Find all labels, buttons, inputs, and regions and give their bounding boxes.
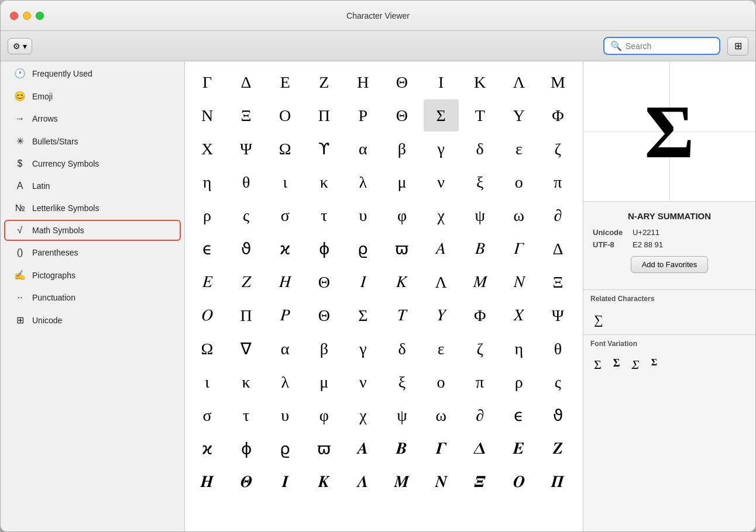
char-cell[interactable]: υ (345, 199, 380, 232)
sidebar-item-unicode[interactable]: ⊞Unicode (4, 309, 181, 331)
char-cell[interactable]: γ (424, 133, 459, 165)
char-cell[interactable]: ∇ (229, 333, 264, 365)
char-cell[interactable]: η (190, 166, 225, 198)
char-cell[interactable]: 𝑰 (267, 466, 303, 498)
char-cell[interactable]: ρ (501, 366, 537, 398)
char-cell[interactable]: 𝑬 (501, 433, 537, 465)
char-cell[interactable]: ϕ (229, 433, 264, 465)
char-cell[interactable]: σ (267, 199, 303, 232)
minimize-button[interactable] (23, 12, 31, 20)
char-cell[interactable]: ν (424, 166, 459, 198)
char-cell[interactable]: ο (501, 166, 537, 198)
char-cell[interactable]: 𝐻 (267, 266, 303, 298)
char-cell[interactable]: 𝜩 (462, 466, 497, 498)
sidebar-item-parentheses[interactable]: ()Parentheses (4, 242, 181, 263)
char-cell[interactable]: 𝑩 (384, 433, 420, 465)
char-cell[interactable]: ϑ (229, 233, 264, 265)
char-cell[interactable]: 𝑀 (462, 266, 497, 298)
char-cell[interactable]: 𝜦 (345, 466, 380, 498)
char-cell[interactable]: Θ (384, 99, 420, 132)
char-cell[interactable]: ψ (384, 399, 420, 431)
char-cell[interactable]: ϖ (307, 433, 342, 465)
char-cell[interactable]: χ (424, 199, 459, 232)
char-cell[interactable]: ι (190, 366, 225, 398)
char-cell[interactable]: τ (229, 399, 264, 431)
char-cell[interactable]: Δ (540, 233, 575, 265)
maximize-button[interactable] (36, 12, 44, 20)
char-cell[interactable]: θ (540, 333, 575, 365)
grid-view-button[interactable]: ⊞ (727, 37, 748, 56)
font-variation-char[interactable]: Σ (610, 355, 624, 375)
sidebar-item-currency-symbols[interactable]: $Currency Symbols (4, 153, 181, 174)
char-cell[interactable]: 𝛤 (501, 233, 537, 265)
char-cell[interactable]: ς (229, 199, 264, 232)
char-cell[interactable]: Χ (190, 133, 225, 165)
char-cell[interactable]: 𝑌 (424, 299, 459, 331)
char-cell[interactable]: λ (267, 366, 303, 398)
char-cell[interactable]: Κ (462, 66, 497, 98)
char-cell[interactable]: 𝐵 (462, 233, 497, 265)
sidebar-item-math-symbols[interactable]: √Math Symbols (4, 220, 181, 241)
char-cell[interactable]: ϰ (190, 433, 225, 465)
char-cell[interactable]: φ (307, 399, 342, 431)
char-cell[interactable]: λ (345, 166, 380, 198)
char-cell[interactable]: ο (424, 366, 459, 398)
char-cell[interactable]: θ (229, 166, 264, 198)
sidebar-item-arrows[interactable]: →Arrows (4, 108, 181, 129)
search-box[interactable]: 🔍 (603, 37, 720, 55)
char-cell[interactable]: σ (190, 399, 225, 431)
char-cell[interactable]: ν (345, 366, 380, 398)
sidebar-item-latin[interactable]: ALatin (4, 175, 181, 196)
char-cell[interactable]: Ο (267, 99, 303, 132)
related-char[interactable]: ∑ (590, 310, 607, 330)
char-cell[interactable]: 𝑵 (424, 466, 459, 498)
char-cell[interactable]: ι (267, 166, 303, 198)
char-cell[interactable]: δ (384, 333, 420, 365)
char-cell[interactable]: ε (501, 133, 537, 165)
sidebar-item-bullets-stars[interactable]: ✳Bullets/Stars (4, 130, 181, 152)
char-cell[interactable]: 𝑇 (384, 299, 420, 331)
char-cell[interactable]: α (267, 333, 303, 365)
char-cell[interactable]: Λ (424, 266, 459, 298)
char-cell[interactable]: μ (307, 366, 342, 398)
char-cell[interactable]: Η (345, 66, 380, 98)
char-cell[interactable]: Ξ (540, 266, 575, 298)
char-cell[interactable]: δ (462, 133, 497, 165)
char-cell[interactable]: Ψ (229, 133, 264, 165)
char-cell[interactable]: ϱ (267, 433, 303, 465)
char-cell[interactable]: 𝑯 (190, 466, 225, 498)
char-cell[interactable]: ζ (540, 133, 575, 165)
char-cell[interactable]: 𝜫 (540, 466, 575, 498)
char-cell[interactable]: Θ (307, 266, 342, 298)
sidebar-item-pictographs[interactable]: ✍Pictographs (4, 264, 181, 286)
char-cell[interactable]: 𝜟 (462, 433, 497, 465)
char-cell[interactable]: ξ (384, 366, 420, 398)
char-cell[interactable]: π (462, 366, 497, 398)
char-cell[interactable]: Ι (424, 66, 459, 98)
char-cell[interactable]: Φ (462, 299, 497, 331)
char-cell[interactable]: ∂ (540, 199, 575, 232)
char-cell[interactable]: 𝑋 (501, 299, 537, 331)
char-cell[interactable]: 𝐴 (424, 233, 459, 265)
char-cell[interactable]: ϒ (307, 133, 342, 165)
char-cell[interactable]: ∂ (462, 399, 497, 431)
char-cell[interactable]: γ (345, 333, 380, 365)
char-cell[interactable]: 𝑁 (501, 266, 537, 298)
char-cell[interactable]: Ρ (345, 99, 380, 132)
char-cell[interactable]: Ε (267, 66, 303, 98)
add-to-favorites-button[interactable]: Add to Favorites (631, 256, 709, 273)
char-cell[interactable]: χ (345, 399, 380, 431)
sidebar-item-emoji[interactable]: 😊Emoji (4, 85, 181, 107)
search-input[interactable] (626, 42, 713, 51)
char-cell[interactable]: 𝑴 (384, 466, 420, 498)
char-cell[interactable]: Σ (345, 299, 380, 331)
char-cell[interactable]: ε (424, 333, 459, 365)
char-cell[interactable]: Ν (190, 99, 225, 132)
char-cell[interactable]: β (307, 333, 342, 365)
char-cell[interactable]: 𝑍 (229, 266, 264, 298)
char-cell[interactable]: Π (229, 299, 264, 331)
char-cell[interactable]: Π (307, 99, 342, 132)
close-button[interactable] (10, 12, 18, 20)
char-cell[interactable]: β (384, 133, 420, 165)
char-cell[interactable]: Γ (190, 66, 225, 98)
